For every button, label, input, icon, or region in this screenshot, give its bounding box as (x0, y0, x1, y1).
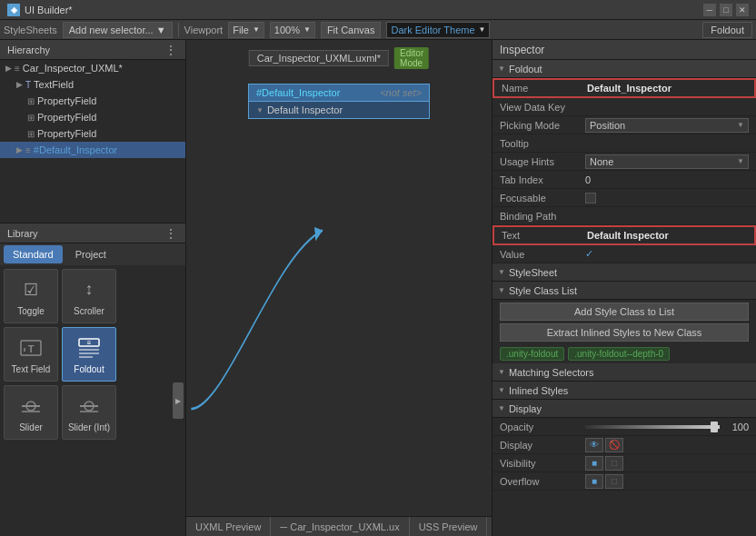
inspector-tooltip-row: Tooltip (492, 134, 756, 153)
inspector-panel-header: Inspector (492, 40, 756, 60)
matching-selectors-title: Matching Selectors (509, 367, 594, 378)
viewport-inspector-node: #Default_Inspector <not set> ▼ Default I… (248, 84, 430, 119)
tab-index-value: 0 (585, 174, 749, 185)
usage-hints-dropdown[interactable]: None ▼ (585, 154, 749, 169)
stylesheet-section-header[interactable]: ▼ StyleSheet (492, 263, 756, 282)
library-item-foldout[interactable]: ≡ Foldout (62, 327, 116, 382)
view-data-key-label: View Data Key (500, 102, 582, 113)
overflow-row: Overflow ■ □ (492, 472, 756, 491)
value-checkmark: ✓ (585, 248, 749, 260)
theme-label: Dark Editor Theme (391, 25, 474, 35)
library-grid: ☑ Toggle ↕ Scroller T (0, 265, 185, 536)
library-title: Library (7, 228, 38, 239)
hierarchy-item[interactable]: ⊞ PropertyField (0, 109, 185, 125)
library-tabs: Standard Project (0, 243, 185, 265)
matching-selectors-section-header[interactable]: ▼ Matching Selectors (492, 363, 756, 382)
hierarchy-item[interactable]: ▶ ≡ Car_Inspector_UXML* (0, 60, 185, 76)
uss-preview-tab-label: USS Preview (419, 521, 478, 532)
library-item-toggle[interactable]: ☑ Toggle (4, 269, 58, 323)
library-item-textfield[interactable]: T Text Field (4, 327, 58, 382)
value-label: Value (500, 249, 582, 260)
slider-icon (18, 393, 44, 419)
binding-path-label: Binding Path (500, 211, 582, 222)
library-items-row-3: Slider Slider (Int) (4, 385, 182, 440)
inspector-binding-path-row: Binding Path (492, 207, 756, 225)
display-section-header[interactable]: ▼ Display (492, 400, 756, 418)
hierarchy-item[interactable]: ⊞ PropertyField (0, 125, 185, 142)
focusable-checkbox[interactable] (585, 193, 596, 203)
hierarchy-item[interactable]: ▶ T TextField (0, 76, 185, 93)
display-hidden-icon[interactable]: 🚫 (605, 438, 623, 452)
name-value: Default_Inspector (587, 83, 747, 94)
visibility-visible-icon[interactable]: ■ (585, 456, 603, 471)
viewport-inspector-child[interactable]: ▼ Default Inspector (248, 102, 430, 119)
overflow-hidden-icon[interactable]: □ (605, 474, 623, 489)
add-selector-arrow: ▼ (156, 25, 166, 35)
hierarchy-title: Hierarchy (7, 45, 50, 55)
hierarchy-item-label: TextField (34, 79, 74, 90)
close-button[interactable]: ✕ (736, 4, 749, 16)
opacity-row: Opacity 100 (492, 418, 756, 436)
library-item-slider[interactable]: Slider (4, 385, 58, 440)
child-triangle-icon: ▼ (256, 106, 264, 114)
svg-text:T: T (28, 343, 35, 354)
tag-unity-foldout[interactable]: .unity-foldout (500, 347, 564, 361)
viewport-inspector-item[interactable]: #Default_Inspector <not set> (248, 84, 430, 102)
visibility-hidden-icon[interactable]: □ (605, 456, 623, 471)
uxml-filename: Car_Inspector_UXML.uxml* (249, 50, 389, 66)
display-visible-icon[interactable]: 👁 (585, 438, 603, 452)
item-icon: ⊞ (27, 129, 35, 139)
slider-int-icon (76, 393, 102, 419)
overflow-visible-icon[interactable]: ■ (585, 474, 603, 489)
tag-unity-foldout-depth[interactable]: .unity-foldout--depth-0 (568, 347, 670, 361)
inspector-name-row: Name Default_Inspector (492, 78, 756, 98)
visibility-icons: ■ □ (585, 456, 623, 471)
add-style-class-button[interactable]: Add Style Class to List (500, 303, 749, 321)
theme-dropdown[interactable]: Dark Editor Theme ▼ (386, 22, 490, 38)
hierarchy-menu-icon[interactable]: ⋮ (164, 43, 178, 57)
library-tab-standard[interactable]: Standard (4, 245, 63, 263)
app-title: UI Builder* (25, 5, 73, 15)
svg-text:≡: ≡ (87, 339, 92, 347)
stylesheet-title: StyleSheet (509, 267, 557, 278)
window-controls: ─ □ ✕ (703, 4, 749, 16)
opacity-slider[interactable] (585, 425, 720, 429)
foldout-header[interactable]: ▼ Foldout (492, 60, 756, 78)
library-tab-project[interactable]: Project (66, 245, 115, 263)
focusable-label: Focusable (500, 193, 582, 203)
hierarchy-item-label: PropertyField (37, 95, 96, 106)
add-selector-button[interactable]: Add new selector... ▼ (63, 22, 173, 38)
hierarchy-item-selected[interactable]: ▶ ≡ #Default_Inspector (0, 142, 185, 158)
opacity-label: Opacity (500, 422, 582, 432)
uss-preview-tab[interactable]: USS Preview (410, 517, 488, 537)
car-inspector-tab[interactable]: ─ Car_Inspector_UXML.ux (271, 517, 409, 537)
library-menu-icon[interactable]: ⋮ (164, 226, 178, 241)
zoom-dropdown[interactable]: 100% ▼ (270, 22, 315, 38)
picking-mode-dropdown[interactable]: Position ▼ (585, 118, 749, 133)
extract-inlined-styles-button[interactable]: Extract Inlined Styles to New Class (500, 323, 749, 342)
slider-label: Slider (19, 422, 43, 432)
viewport-label: Viewport (184, 25, 224, 35)
style-class-list-section-header[interactable]: ▼ Style Class List (492, 282, 756, 300)
library-scroll-right[interactable]: ▶ (173, 382, 184, 419)
inlined-styles-section-header[interactable]: ▼ Inlined Styles (492, 382, 756, 400)
name-label: Name (502, 83, 583, 94)
library-area: Library ⋮ Standard Project ☑ Toggle ↕ Sc… (0, 223, 185, 536)
hierarchy-item-label: Car_Inspector_UXML* (23, 63, 123, 74)
file-dropdown[interactable]: File ▼ (228, 22, 264, 38)
minimize-button[interactable]: ─ (703, 4, 716, 16)
maximize-button[interactable]: □ (720, 4, 732, 16)
library-item-scroller[interactable]: ↕ Scroller (62, 269, 116, 323)
overflow-label: Overflow (500, 476, 582, 487)
left-panel: Hierarchy ⋮ ▶ ≡ Car_Inspector_UXML* ▶ T … (0, 40, 186, 536)
scroller-label: Scroller (74, 306, 104, 316)
fit-canvas-button[interactable]: Fit Canvas (321, 22, 382, 38)
library-item-slider-int[interactable]: Slider (Int) (62, 385, 116, 440)
hierarchy-item[interactable]: ⊞ PropertyField (0, 93, 185, 109)
inspector-value-row: Value ✓ (492, 245, 756, 263)
viewport-canvas: Car_Inspector_UXML.uxml* Editor Mode #De… (186, 40, 492, 516)
uxml-preview-tab[interactable]: UXML Preview (186, 517, 271, 537)
inspector-item-label: #Default_Inspector (256, 87, 340, 98)
style-class-list-title: Style Class List (509, 285, 577, 296)
item-icon: ⊞ (27, 96, 35, 106)
